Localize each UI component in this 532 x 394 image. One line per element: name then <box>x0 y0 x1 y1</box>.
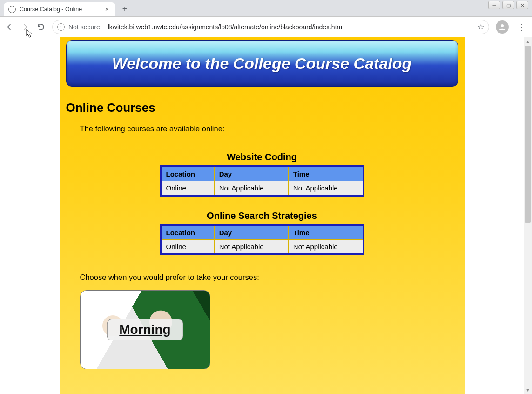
new-tab-button[interactable]: + <box>118 2 131 15</box>
welcome-banner: Welcome to the College Course Catalog <box>66 40 458 87</box>
course-block: Website Coding Location Day Time Online … <box>66 152 458 197</box>
col-time: Time <box>288 225 363 240</box>
banner-title: Welcome to the College Course Catalog <box>112 54 412 73</box>
url-text: lkwitek.bitweb1.nwtc.edu/assignments/lp0… <box>108 23 474 31</box>
window-close-button[interactable]: ✕ <box>516 1 528 9</box>
course-table: Location Day Time Online Not Applicable … <box>160 165 364 197</box>
vertical-scrollbar[interactable]: ▲ ▼ <box>524 37 532 394</box>
security-label: Not secure <box>68 23 100 31</box>
col-location: Location <box>161 225 215 240</box>
back-button[interactable] <box>5 22 14 32</box>
cell-day: Not Applicable <box>214 240 288 255</box>
course-caption: Online Search Strategies <box>66 211 458 221</box>
page-content: Welcome to the College Course Catalog On… <box>60 37 465 394</box>
address-bar[interactable]: i Not secure lkwitek.bitweb1.nwtc.edu/as… <box>52 20 489 34</box>
time-option-morning[interactable]: Morning <box>80 290 210 369</box>
page-title: Online Courses <box>66 101 458 115</box>
scroll-track[interactable] <box>524 46 532 386</box>
globe-icon <box>8 6 16 13</box>
cell-location: Online <box>161 181 215 196</box>
site-info-icon[interactable]: i <box>57 23 65 31</box>
tab-close-button[interactable]: × <box>103 6 111 13</box>
tab-title: Course Catalog - Online <box>20 6 82 13</box>
scroll-thumb[interactable] <box>525 46 531 223</box>
divider <box>104 23 104 31</box>
course-caption: Website Coding <box>66 152 458 163</box>
table-row: Location Day Time <box>161 225 364 240</box>
course-block: Online Search Strategies Location Day Ti… <box>66 211 458 255</box>
browser-tab[interactable]: Course Catalog - Online × <box>4 2 115 16</box>
cell-time: Not Applicable <box>288 240 363 255</box>
col-location: Location <box>161 166 215 181</box>
cell-day: Not Applicable <box>214 181 288 196</box>
tab-strip: Course Catalog - Online × + <box>0 0 532 17</box>
scroll-down-button[interactable]: ▼ <box>524 386 532 394</box>
bookmark-star-icon[interactable]: ☆ <box>478 22 484 31</box>
table-row: Online Not Applicable Not Applicable <box>161 240 364 255</box>
table-row: Location Day Time <box>161 166 364 181</box>
svg-point-0 <box>501 24 504 27</box>
window-minimize-button[interactable]: ─ <box>488 1 500 9</box>
window-maximize-button[interactable]: ▢ <box>502 1 514 9</box>
reload-button[interactable] <box>36 22 46 32</box>
col-day: Day <box>214 225 288 240</box>
browser-toolbar: i Not secure lkwitek.bitweb1.nwtc.edu/as… <box>0 17 532 37</box>
scroll-up-button[interactable]: ▲ <box>524 37 532 46</box>
col-time: Time <box>288 166 363 181</box>
col-day: Day <box>214 166 288 181</box>
time-option-label: Morning <box>107 319 183 340</box>
profile-avatar[interactable] <box>496 20 509 34</box>
cell-location: Online <box>161 240 215 255</box>
intro-text: The following courses are available onli… <box>80 124 458 133</box>
table-row: Online Not Applicable Not Applicable <box>161 181 364 196</box>
cell-time: Not Applicable <box>288 181 363 196</box>
course-table: Location Day Time Online Not Applicable … <box>160 224 364 255</box>
forward-button <box>20 22 30 32</box>
kebab-menu-icon[interactable]: ⋮ <box>515 22 527 32</box>
choose-text: Choose when you would prefer to take you… <box>80 273 458 282</box>
